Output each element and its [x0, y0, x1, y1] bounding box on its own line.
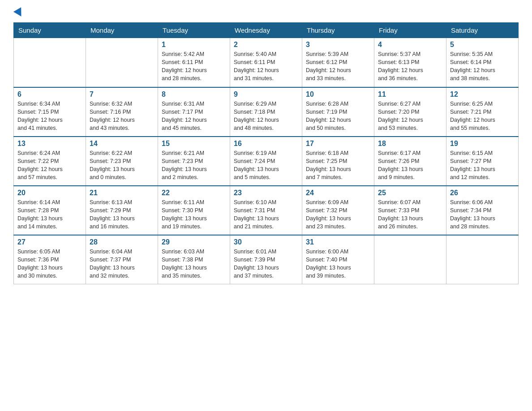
day-info: Sunrise: 6:09 AMSunset: 7:32 PMDaylight:… — [306, 198, 370, 231]
day-info: Sunrise: 6:17 AMSunset: 7:26 PMDaylight:… — [378, 149, 442, 182]
calendar-cell: 25Sunrise: 6:07 AMSunset: 7:33 PMDayligh… — [374, 186, 446, 235]
day-number: 25 — [378, 189, 442, 197]
day-number: 2 — [234, 41, 298, 49]
day-number: 5 — [450, 41, 515, 49]
logo — [13, 9, 24, 15]
calendar-cell: 12Sunrise: 6:25 AMSunset: 7:21 PMDayligh… — [446, 87, 519, 137]
calendar-week-row: 13Sunrise: 6:24 AMSunset: 7:22 PMDayligh… — [14, 137, 519, 186]
day-number: 28 — [90, 238, 154, 246]
calendar-cell: 7Sunrise: 6:32 AMSunset: 7:16 PMDaylight… — [86, 87, 158, 137]
day-info: Sunrise: 6:28 AMSunset: 7:19 PMDaylight:… — [306, 100, 370, 133]
calendar-cell — [14, 38, 86, 87]
day-info: Sunrise: 6:07 AMSunset: 7:33 PMDaylight:… — [378, 198, 442, 231]
calendar-cell: 24Sunrise: 6:09 AMSunset: 7:32 PMDayligh… — [302, 186, 374, 235]
day-info: Sunrise: 6:29 AMSunset: 7:18 PMDaylight:… — [234, 100, 298, 133]
calendar-cell: 16Sunrise: 6:19 AMSunset: 7:24 PMDayligh… — [230, 137, 302, 186]
weekday-header-thursday: Thursday — [302, 23, 374, 38]
calendar-cell: 2Sunrise: 5:40 AMSunset: 6:11 PMDaylight… — [230, 38, 302, 87]
day-info: Sunrise: 5:39 AMSunset: 6:12 PMDaylight:… — [306, 50, 370, 83]
calendar-cell: 18Sunrise: 6:17 AMSunset: 7:26 PMDayligh… — [374, 137, 446, 186]
day-number: 23 — [234, 189, 298, 197]
calendar-cell: 15Sunrise: 6:21 AMSunset: 7:23 PMDayligh… — [158, 137, 230, 186]
calendar-cell: 8Sunrise: 6:31 AMSunset: 7:17 PMDaylight… — [158, 87, 230, 137]
day-number: 13 — [17, 140, 82, 148]
weekday-header-tuesday: Tuesday — [158, 23, 230, 38]
day-info: Sunrise: 6:04 AMSunset: 7:37 PMDaylight:… — [90, 248, 154, 280]
weekday-header-sunday: Sunday — [14, 23, 86, 38]
day-info: Sunrise: 6:14 AMSunset: 7:28 PMDaylight:… — [17, 198, 82, 231]
day-number: 30 — [234, 238, 298, 246]
calendar-cell: 14Sunrise: 6:22 AMSunset: 7:23 PMDayligh… — [86, 137, 158, 186]
calendar-cell: 4Sunrise: 5:37 AMSunset: 6:13 PMDaylight… — [374, 38, 446, 87]
day-number: 15 — [162, 140, 226, 148]
day-info: Sunrise: 6:00 AMSunset: 7:40 PMDaylight:… — [306, 248, 370, 280]
calendar-week-row: 20Sunrise: 6:14 AMSunset: 7:28 PMDayligh… — [14, 186, 519, 235]
calendar-cell: 22Sunrise: 6:11 AMSunset: 7:30 PMDayligh… — [158, 186, 230, 235]
day-number: 29 — [162, 238, 226, 246]
day-info: Sunrise: 6:34 AMSunset: 7:15 PMDaylight:… — [17, 100, 82, 133]
calendar-header-row: SundayMondayTuesdayWednesdayThursdayFrid… — [14, 23, 519, 38]
calendar-cell — [374, 235, 446, 284]
calendar-cell: 11Sunrise: 6:27 AMSunset: 7:20 PMDayligh… — [374, 87, 446, 137]
calendar-table: SundayMondayTuesdayWednesdayThursdayFrid… — [13, 22, 519, 284]
day-info: Sunrise: 6:27 AMSunset: 7:20 PMDaylight:… — [378, 100, 442, 133]
calendar-week-row: 6Sunrise: 6:34 AMSunset: 7:15 PMDaylight… — [14, 87, 519, 137]
calendar-cell: 26Sunrise: 6:06 AMSunset: 7:34 PMDayligh… — [446, 186, 519, 235]
day-info: Sunrise: 6:15 AMSunset: 7:27 PMDaylight:… — [450, 149, 515, 182]
day-number: 17 — [306, 140, 370, 148]
page-header — [13, 9, 519, 15]
day-number: 27 — [17, 238, 82, 246]
weekday-header-friday: Friday — [374, 23, 446, 38]
calendar-cell: 3Sunrise: 5:39 AMSunset: 6:12 PMDaylight… — [302, 38, 374, 87]
day-number: 26 — [450, 189, 515, 197]
day-number: 21 — [90, 189, 154, 197]
weekday-header-wednesday: Wednesday — [230, 23, 302, 38]
day-info: Sunrise: 6:31 AMSunset: 7:17 PMDaylight:… — [162, 100, 226, 133]
day-info: Sunrise: 6:03 AMSunset: 7:38 PMDaylight:… — [162, 248, 226, 280]
calendar-cell: 13Sunrise: 6:24 AMSunset: 7:22 PMDayligh… — [14, 137, 86, 186]
calendar-week-row: 1Sunrise: 5:42 AMSunset: 6:11 PMDaylight… — [14, 38, 519, 87]
day-info: Sunrise: 6:01 AMSunset: 7:39 PMDaylight:… — [234, 248, 298, 280]
day-number: 10 — [306, 90, 370, 98]
day-number: 24 — [306, 189, 370, 197]
logo-triangle-icon — [13, 7, 25, 19]
weekday-header-saturday: Saturday — [446, 23, 519, 38]
day-number: 3 — [306, 41, 370, 49]
calendar-cell: 20Sunrise: 6:14 AMSunset: 7:28 PMDayligh… — [14, 186, 86, 235]
day-number: 7 — [90, 90, 154, 98]
calendar-cell: 17Sunrise: 6:18 AMSunset: 7:25 PMDayligh… — [302, 137, 374, 186]
calendar-cell: 30Sunrise: 6:01 AMSunset: 7:39 PMDayligh… — [230, 235, 302, 284]
day-number: 18 — [378, 140, 442, 148]
day-info: Sunrise: 6:19 AMSunset: 7:24 PMDaylight:… — [234, 149, 298, 182]
day-info: Sunrise: 5:40 AMSunset: 6:11 PMDaylight:… — [234, 50, 298, 83]
calendar-cell — [446, 235, 519, 284]
weekday-header-monday: Monday — [86, 23, 158, 38]
calendar-cell: 29Sunrise: 6:03 AMSunset: 7:38 PMDayligh… — [158, 235, 230, 284]
calendar-week-row: 27Sunrise: 6:05 AMSunset: 7:36 PMDayligh… — [14, 235, 519, 284]
day-info: Sunrise: 6:32 AMSunset: 7:16 PMDaylight:… — [90, 100, 154, 133]
day-info: Sunrise: 6:18 AMSunset: 7:25 PMDaylight:… — [306, 149, 370, 182]
day-info: Sunrise: 6:25 AMSunset: 7:21 PMDaylight:… — [450, 100, 515, 133]
calendar-cell: 19Sunrise: 6:15 AMSunset: 7:27 PMDayligh… — [446, 137, 519, 186]
calendar-cell: 1Sunrise: 5:42 AMSunset: 6:11 PMDaylight… — [158, 38, 230, 87]
calendar-cell: 10Sunrise: 6:28 AMSunset: 7:19 PMDayligh… — [302, 87, 374, 137]
day-number: 4 — [378, 41, 442, 49]
day-info: Sunrise: 5:35 AMSunset: 6:14 PMDaylight:… — [450, 50, 515, 83]
day-number: 12 — [450, 90, 515, 98]
calendar-cell: 27Sunrise: 6:05 AMSunset: 7:36 PMDayligh… — [14, 235, 86, 284]
day-info: Sunrise: 6:06 AMSunset: 7:34 PMDaylight:… — [450, 198, 515, 231]
calendar-cell: 21Sunrise: 6:13 AMSunset: 7:29 PMDayligh… — [86, 186, 158, 235]
day-info: Sunrise: 6:05 AMSunset: 7:36 PMDaylight:… — [17, 248, 82, 280]
day-info: Sunrise: 6:11 AMSunset: 7:30 PMDaylight:… — [162, 198, 226, 231]
day-number: 19 — [450, 140, 515, 148]
day-info: Sunrise: 6:24 AMSunset: 7:22 PMDaylight:… — [17, 149, 82, 182]
day-info: Sunrise: 6:10 AMSunset: 7:31 PMDaylight:… — [234, 198, 298, 231]
day-number: 11 — [378, 90, 442, 98]
day-info: Sunrise: 5:37 AMSunset: 6:13 PMDaylight:… — [378, 50, 442, 83]
day-number: 22 — [162, 189, 226, 197]
calendar-cell — [86, 38, 158, 87]
calendar-cell: 6Sunrise: 6:34 AMSunset: 7:15 PMDaylight… — [14, 87, 86, 137]
day-number: 6 — [17, 90, 82, 98]
day-number: 16 — [234, 140, 298, 148]
calendar-cell: 5Sunrise: 5:35 AMSunset: 6:14 PMDaylight… — [446, 38, 519, 87]
